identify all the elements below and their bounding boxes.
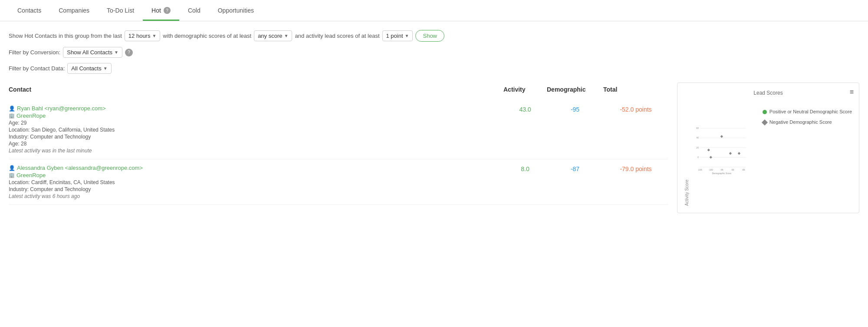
tab-todo[interactable]: To-Do List <box>98 0 143 21</box>
data-point-4 <box>729 152 732 155</box>
data-point-ryan <box>720 135 723 138</box>
svg-text:20: 20 <box>696 146 699 149</box>
contact-detail-2-1: Industry: Computer and Technology <box>9 186 503 192</box>
activity-select-arrow: ▼ <box>405 33 409 38</box>
chart-container: Lead Scores ≡ Activity Score 60 40 20 0 <box>677 83 859 213</box>
contact-name-2[interactable]: 👤 Alessandra Gyben <alessandra@greenrope… <box>9 165 503 171</box>
svg-text:-100: -100 <box>709 168 713 171</box>
time-select[interactable]: 12 hours ▼ <box>125 30 161 41</box>
col-demographic: Demographic <box>547 86 603 93</box>
contact-info-2: 👤 Alessandra Gyben <alessandra@greenrope… <box>9 165 503 199</box>
contact-detail-1-4: Latest activity was in the last minute <box>9 148 503 154</box>
legend-gray-dot <box>762 119 768 126</box>
company-icon-1: 🏢 <box>9 113 15 119</box>
data-point-5 <box>710 156 712 159</box>
contact-name-1[interactable]: 👤 Ryan Bahl <ryan@greenrope.com> <box>9 105 503 112</box>
chart-svg: 60 40 20 0 -105 -100 -95 -90 -85 Demogra… <box>693 100 756 205</box>
col-contact: Contact <box>9 86 503 93</box>
tab-companies[interactable]: Companies <box>50 0 98 21</box>
nav-tabs: Contacts Companies To-Do List Hot ? Cold… <box>0 0 868 21</box>
contact-detail-1-3: Age: 28 <box>9 141 503 147</box>
score-total-1: -52.0 points <box>603 105 668 113</box>
table-header: Contact Activity Demographic Total <box>9 83 668 96</box>
y-axis-label: Activity Score <box>684 100 689 206</box>
contact-data-select-arrow: ▼ <box>103 66 108 71</box>
tab-cold[interactable]: Cold <box>179 0 209 21</box>
filter-row-2: Filter by Conversion: Show All Contacts … <box>9 47 859 58</box>
contact-detail-1-2: Industry: Computer and Technology <box>9 134 503 140</box>
filter1-middle: with demographic scores of at least <box>163 33 251 39</box>
data-point-3 <box>707 149 710 151</box>
company-icon-2: 🏢 <box>9 172 15 178</box>
tab-contacts[interactable]: Contacts <box>9 0 50 21</box>
chart-legend: Positive or Neutral Demographic Score Ne… <box>759 100 852 206</box>
conversion-select[interactable]: Show All Contacts ▼ <box>63 47 122 58</box>
svg-text:-95: -95 <box>720 168 723 171</box>
hot-help-icon[interactable]: ? <box>164 7 171 14</box>
score-total-2: -79.0 points <box>603 165 668 172</box>
legend-negative: Negative Demographic Score <box>763 119 852 125</box>
col-total: Total <box>603 86 668 93</box>
chart-title: Lead Scores <box>684 90 852 96</box>
score-activity-1: 43.0 <box>503 105 547 113</box>
contact-info-1: 👤 Ryan Bahl <ryan@greenrope.com> 🏢 Green… <box>9 105 503 154</box>
svg-text:Demographic Score: Demographic Score <box>712 172 731 175</box>
person-icon-2: 👤 <box>9 165 15 171</box>
filters-section: Show Hot Contacts in this group from the… <box>0 21 868 78</box>
col-activity: Activity <box>503 86 547 93</box>
contacts-section: Contact Activity Demographic Total 👤 Rya… <box>9 83 668 213</box>
legend-negative-label: Negative Demographic Score <box>769 119 832 125</box>
svg-text:-90: -90 <box>731 168 734 171</box>
data-point-alessandra <box>738 152 740 155</box>
chart-area: Activity Score 60 40 20 0 -105 -10 <box>684 100 852 206</box>
show-button[interactable]: Show <box>415 30 444 42</box>
legend-positive-label: Positive or Neutral Demographic Score <box>769 109 852 114</box>
chart-menu-icon[interactable]: ≡ <box>850 88 854 96</box>
conversion-help-icon[interactable]: ? <box>125 49 133 56</box>
activity-select[interactable]: 1 point ▼ <box>382 30 413 41</box>
score-select[interactable]: any score ▼ <box>254 30 292 41</box>
contact-detail-1-1: Location: San Diego, California, United … <box>9 127 503 133</box>
tab-hot[interactable]: Hot ? <box>143 0 179 21</box>
svg-text:60: 60 <box>696 127 699 129</box>
svg-text:0: 0 <box>697 156 699 159</box>
person-icon-1: 👤 <box>9 106 15 112</box>
contact-detail-2-2: Latest activity was 6 hours ago <box>9 193 503 199</box>
score-select-arrow: ▼ <box>284 33 289 38</box>
contact-detail-1-0: Age: 29 <box>9 120 503 126</box>
score-activity-2: 8.0 <box>503 165 547 172</box>
legend-positive: Positive or Neutral Demographic Score <box>763 109 852 114</box>
svg-text:-105: -105 <box>698 168 702 171</box>
svg-text:-85: -85 <box>742 168 745 171</box>
filter1-prefix: Show Hot Contacts in this group from the… <box>9 33 122 39</box>
filter-row-3: Filter by Contact Data: All Contacts ▼ <box>9 63 859 74</box>
filter3-prefix: Filter by Contact Data: <box>9 65 65 72</box>
filter1-suffix: and activity lead scores of at least <box>295 33 379 39</box>
legend-green-dot <box>763 110 767 114</box>
contact-detail-2-0: Location: Cardiff, Encinitas, CA, United… <box>9 179 503 185</box>
table-row: 👤 Alessandra Gyben <alessandra@greenrope… <box>9 159 668 205</box>
table-row: 👤 Ryan Bahl <ryan@greenrope.com> 🏢 Green… <box>9 100 668 159</box>
filter-row-1: Show Hot Contacts in this group from the… <box>9 30 859 42</box>
main-content: Contact Activity Demographic Total 👤 Rya… <box>0 78 868 218</box>
score-demographic-1: -95 <box>547 105 603 113</box>
contact-company-1[interactable]: 🏢 GreenRope <box>9 112 503 119</box>
score-demographic-2: -87 <box>547 165 603 172</box>
contact-data-select[interactable]: All Contacts ▼ <box>67 63 111 74</box>
filter2-prefix: Filter by Conversion: <box>9 49 60 56</box>
svg-text:40: 40 <box>696 136 699 139</box>
chart-inner: 60 40 20 0 -105 -100 -95 -90 -85 Demogra… <box>693 100 756 206</box>
time-select-arrow: ▼ <box>152 33 156 38</box>
tab-opportunities[interactable]: Opportunities <box>209 0 263 21</box>
contact-company-2[interactable]: 🏢 GreenRope <box>9 172 503 178</box>
conversion-select-arrow: ▼ <box>114 50 118 55</box>
